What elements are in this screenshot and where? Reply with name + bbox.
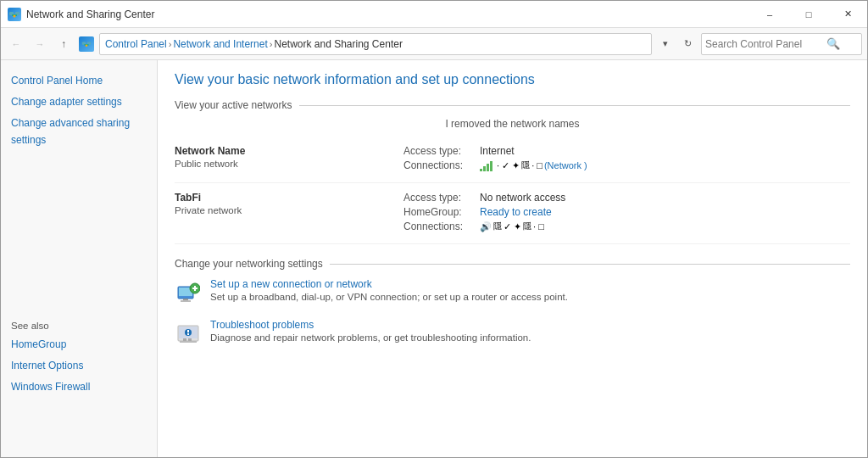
content-area: Control Panel Home Change adapter settin… bbox=[1, 60, 867, 457]
setup-link[interactable]: Set up a new connection or network bbox=[210, 278, 568, 290]
svg-rect-8 bbox=[480, 169, 482, 171]
svg-rect-26 bbox=[187, 333, 189, 335]
svg-rect-15 bbox=[181, 300, 191, 302]
svg-point-3 bbox=[14, 14, 16, 17]
access-type-val-2: No network access bbox=[480, 192, 565, 204]
dropdown-button[interactable]: ▾ bbox=[655, 34, 676, 54]
setup-icon bbox=[175, 280, 202, 307]
search-icon[interactable]: 🔍 bbox=[826, 37, 840, 50]
network-info-1: Network Name Public network bbox=[175, 145, 403, 174]
svg-rect-9 bbox=[483, 166, 486, 171]
titlebar: Network and Sharing Center – □ ✕ bbox=[1, 1, 867, 28]
minimize-button[interactable]: – bbox=[750, 1, 789, 28]
breadcrumb-current: Network and Sharing Center bbox=[274, 38, 402, 50]
action-item-troubleshoot: Troubleshoot problems Diagnose and repai… bbox=[175, 319, 850, 348]
main-content: View your basic network information and … bbox=[158, 60, 867, 457]
access-type-row-1: Access type: Internet bbox=[403, 145, 850, 157]
breadcrumb-control-panel[interactable]: Control Panel bbox=[105, 38, 167, 50]
sidebar-item-internet-options[interactable]: Internet Options bbox=[11, 355, 147, 377]
svg-point-7 bbox=[86, 44, 88, 47]
sidebar-item-homegroup[interactable]: HomeGroup bbox=[11, 334, 147, 355]
troubleshoot-icon bbox=[175, 321, 202, 348]
see-also-label: See also bbox=[11, 321, 147, 331]
setup-desc: Set up a broadband, dial-up, or VPN conn… bbox=[210, 292, 568, 302]
action-text-setup: Set up a new connection or network Set u… bbox=[210, 278, 568, 302]
connection-icons-1: · ✓ ✦ 隱 · □ (Network ) bbox=[480, 159, 587, 171]
access-type-row-2: Access type: No network access bbox=[403, 192, 850, 204]
svg-rect-22 bbox=[188, 338, 192, 341]
forward-button[interactable]: → bbox=[30, 34, 50, 54]
close-button[interactable]: ✕ bbox=[828, 1, 867, 28]
troubleshoot-link[interactable]: Troubleshoot problems bbox=[210, 319, 531, 331]
svg-rect-14 bbox=[183, 299, 188, 300]
removed-notice: I removed the network names bbox=[175, 118, 850, 130]
svg-rect-25 bbox=[187, 330, 189, 332]
change-header: Change your networking settings bbox=[175, 258, 850, 270]
action-item-setup: Set up a new connection or network Set u… bbox=[175, 278, 850, 307]
homegroup-row: HomeGroup: Ready to create bbox=[403, 206, 850, 218]
titlebar-icon bbox=[8, 8, 21, 21]
page-title: View your basic network information and … bbox=[175, 72, 850, 87]
window: Network and Sharing Center – □ ✕ ← → ↑ C… bbox=[0, 0, 868, 458]
networks-container: View your active networks I removed the … bbox=[175, 99, 850, 244]
sidebar-item-windows-firewall[interactable]: Windows Firewall bbox=[11, 377, 147, 398]
connection-icons-2: 🔊 隱 ✓ ✦ 隱 · □ bbox=[480, 221, 544, 232]
search-input[interactable] bbox=[705, 38, 824, 50]
homegroup-link[interactable]: Ready to create bbox=[480, 206, 552, 218]
connections-row-1: Connections: bbox=[403, 159, 850, 171]
troubleshoot-desc: Diagnose and repair network problems, or… bbox=[210, 332, 531, 343]
window-title: Network and Sharing Center bbox=[26, 8, 154, 20]
svg-rect-10 bbox=[487, 164, 489, 171]
active-networks-header: View your active networks bbox=[175, 99, 850, 111]
network-status-2: Access type: No network access HomeGroup… bbox=[403, 192, 850, 235]
sidebar-item-control-panel-home[interactable]: Control Panel Home bbox=[1, 70, 157, 92]
sidebar-item-change-advanced[interactable]: Change advanced sharing settings bbox=[1, 113, 157, 150]
breadcrumb-network-internet[interactable]: Network and Internet bbox=[173, 38, 267, 50]
network-info-2: TabFi Private network bbox=[175, 192, 403, 235]
network-connection-link-1[interactable]: (Network ) bbox=[544, 160, 587, 170]
svg-rect-11 bbox=[490, 161, 492, 171]
sidebar-item-change-adapter[interactable]: Change adapter settings bbox=[1, 92, 157, 113]
action-text-troubleshoot: Troubleshoot problems Diagnose and repai… bbox=[210, 319, 531, 343]
breadcrumb-icon bbox=[79, 36, 94, 52]
network-row-2: TabFi Private network Access type: No ne… bbox=[175, 183, 850, 244]
network-type-2: Private network bbox=[175, 205, 403, 215]
up-button[interactable]: ↑ bbox=[53, 34, 74, 54]
addr-actions: ▾ ↻ bbox=[655, 34, 698, 54]
access-type-val-1: Internet bbox=[480, 145, 515, 157]
sidebar: Control Panel Home Change adapter settin… bbox=[1, 60, 158, 457]
network-type-1: Public network bbox=[175, 159, 403, 169]
network-name-2: TabFi bbox=[175, 192, 403, 204]
svg-rect-21 bbox=[183, 338, 186, 341]
titlebar-left: Network and Sharing Center bbox=[8, 8, 154, 21]
back-button[interactable]: ← bbox=[6, 34, 26, 54]
svg-rect-18 bbox=[192, 288, 198, 289]
addressbar: ← → ↑ Control Panel › Network and Intern… bbox=[1, 28, 867, 60]
refresh-button[interactable]: ↻ bbox=[677, 34, 698, 54]
see-also-section: See also HomeGroup Internet Options Wind… bbox=[1, 151, 157, 399]
change-section: Change your networking settings bbox=[175, 258, 850, 348]
network-row-1: Network Name Public network Access type:… bbox=[175, 137, 850, 183]
breadcrumb-area[interactable]: Control Panel › Network and Internet › N… bbox=[99, 33, 652, 55]
connections-row-2: Connections: 🔊 隱 ✓ ✦ 隱 · □ bbox=[403, 221, 850, 232]
network-status-1: Access type: Internet Connections: bbox=[403, 145, 850, 174]
svg-rect-23 bbox=[180, 341, 197, 343]
maximize-button[interactable]: □ bbox=[789, 1, 828, 28]
titlebar-controls: – □ ✕ bbox=[750, 1, 867, 28]
network-name-1: Network Name bbox=[175, 145, 403, 157]
search-box[interactable]: 🔍 bbox=[701, 33, 862, 55]
